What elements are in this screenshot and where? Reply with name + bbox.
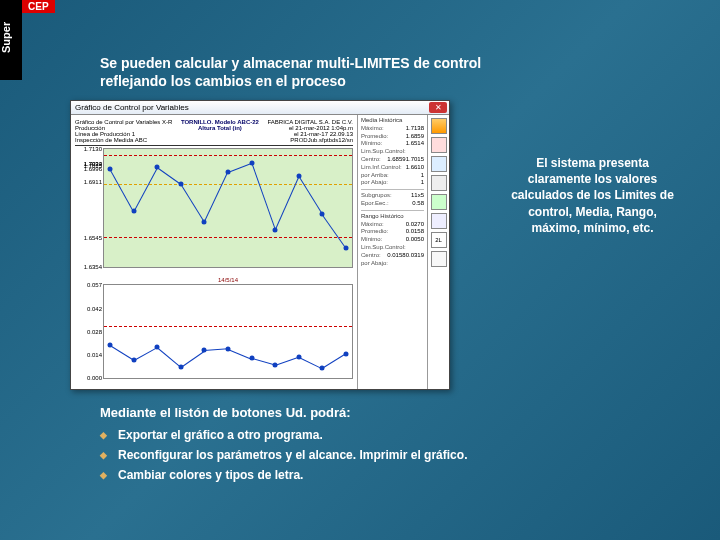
tool-icon-4[interactable] — [431, 175, 447, 191]
callout-text: El sistema presenta claramente los valor… — [505, 155, 680, 236]
info-rango-title: Rango Histórico — [361, 213, 424, 221]
chart-segment — [322, 354, 346, 370]
tool-icon-8[interactable] — [431, 251, 447, 267]
info-row: Lim.Inf.Control: 1.6610 — [361, 164, 424, 172]
chart-segment — [275, 357, 299, 366]
plot-column: Gráfico de Control por Variables X-R Pro… — [71, 115, 357, 389]
info-panel: Media Histórica Máximo: 1.7138Promedio: … — [357, 115, 427, 389]
slide-heading: Se pueden calcular y almacenar multi-LIM… — [100, 55, 500, 90]
list-item: Exportar el gráfico a otro programa. — [100, 428, 530, 442]
chart-segment — [133, 347, 157, 361]
xbar-chart: 1.71301.70331.70341.70151.69961.69111.65… — [103, 148, 353, 268]
brand-side-tab: Super — [0, 0, 22, 80]
y-tick: 1.6996 — [84, 166, 104, 172]
info-row: Máximo: 1.7138 — [361, 125, 424, 133]
tool-icon-6[interactable] — [431, 213, 447, 229]
tool-icon-5[interactable] — [431, 194, 447, 210]
y-tick: 1.7130 — [84, 146, 104, 152]
info-row: Mínimo: 1.6514 — [361, 140, 424, 148]
chart-segment — [133, 168, 157, 213]
y-tick: 0.057 — [87, 282, 104, 288]
info-media-title: Media Histórica — [361, 117, 424, 125]
tool-icon-1[interactable] — [431, 118, 447, 134]
info-row: Promedio: 0.0158 — [361, 228, 424, 236]
date-marker: 14/5/14 — [99, 277, 357, 283]
tool-icon-2[interactable] — [431, 137, 447, 153]
limit-line-ucl — [104, 155, 352, 156]
y-tick: 1.6545 — [84, 235, 104, 241]
chart-segment — [110, 169, 134, 212]
info-row: por Arriba: 1 — [361, 172, 424, 180]
chart-segment — [181, 350, 205, 367]
y-tick: 1.6911 — [84, 179, 104, 185]
info-row: por Abajo: 1 — [361, 179, 424, 187]
y-tick: 0.000 — [87, 375, 104, 381]
info-row: por Abajo: — [361, 260, 424, 268]
chart-segment — [204, 172, 228, 223]
info-row: Promedio: 1.6859 — [361, 133, 424, 141]
window-titlebar: Gráfico de Control por Variables ✕ — [71, 101, 449, 115]
close-icon[interactable]: ✕ — [429, 102, 447, 113]
y-tick: 0.014 — [87, 352, 104, 358]
chart-segment — [322, 215, 346, 249]
info-row: Máximo: 0.0270 — [361, 221, 424, 229]
info-row: Lim.Sup.Control: 0.0319 — [361, 244, 424, 252]
info-row: Mínimo: 0.0050 — [361, 236, 424, 244]
chart-point — [344, 245, 349, 250]
chart-segment — [180, 184, 204, 223]
info-row: Subgrupos: 11x5 — [361, 192, 424, 200]
hdr-right-4: PRODJub.sfptbds12/sn — [268, 137, 353, 143]
app-screenshot: Gráfico de Control por Variables ✕ Gráfi… — [70, 100, 450, 390]
chart-segment — [298, 177, 322, 216]
bullets-lead: Mediante el listón de botones Ud. podrá: — [100, 405, 530, 420]
bullets-block: Mediante el listón de botones Ud. podrá:… — [100, 405, 530, 488]
chart-segment — [204, 349, 228, 352]
limit-line-ucl — [104, 326, 352, 327]
list-item: Cambiar colores y tipos de letra. — [100, 468, 530, 482]
toolbar: 2L — [427, 115, 449, 389]
y-tick: 0.042 — [87, 306, 104, 312]
list-item: Reconfigurar los parámetros y el alcance… — [100, 448, 530, 462]
hdr-mid-2: Altura Total (in) — [181, 125, 259, 131]
chart-segment — [157, 347, 181, 367]
brand-corner-badge: CEP — [22, 0, 55, 13]
y-tick: 1.6354 — [84, 264, 104, 270]
range-chart: 0.0570.0420.0280.0140.000 — [103, 284, 353, 379]
info-row: Lim.Sup.Control: 1.7015 — [361, 148, 424, 156]
info-row: Epor.Eec.: 0.58 — [361, 200, 424, 208]
chart-segment — [251, 163, 276, 230]
tool-icon-7[interactable]: 2L — [431, 232, 447, 248]
hdr-left-4: Inspección de Medida ABC — [75, 137, 172, 143]
limit-line-lcl — [104, 237, 352, 238]
limit-line-center — [104, 184, 352, 185]
window-title: Gráfico de Control por Variables — [75, 103, 189, 112]
tool-icon-3[interactable] — [431, 156, 447, 172]
plot-header: Gráfico de Control por Variables X-R Pro… — [75, 119, 353, 146]
y-tick: 0.028 — [87, 329, 104, 335]
chart-segment — [228, 163, 252, 173]
chart-point — [344, 351, 349, 356]
